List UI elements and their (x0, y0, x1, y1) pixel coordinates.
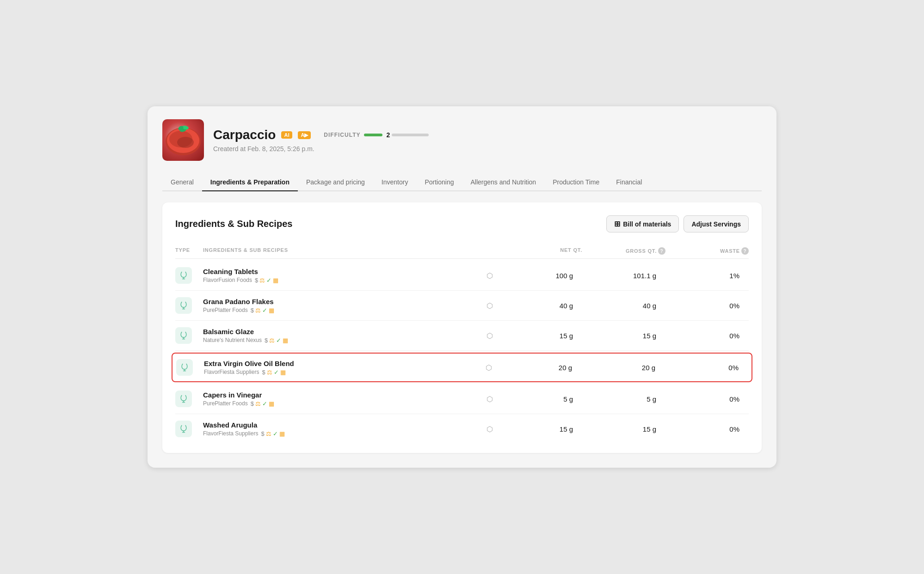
cal-icon: ▦ (269, 400, 274, 407)
tab-financial[interactable]: Financial (608, 174, 650, 191)
col-ingredients: INGREDIENTS & SUB RECIPES (203, 247, 480, 255)
highlighted-table-row: Extra Virgin Olive Oil Blend FlavorFiest… (172, 353, 752, 382)
gross-qty-help-icon[interactable]: ? (658, 247, 665, 255)
external-link[interactable]: ⬡ (480, 395, 499, 403)
cal-icon: ▦ (279, 430, 285, 437)
adjust-servings-button[interactable]: Adjust Servings (684, 215, 749, 232)
ingredient-supplier: FlavorFiesta Suppliers $ ⚖ ✓ ▦ (203, 430, 480, 437)
net-qty: 15 g (499, 332, 582, 340)
check-icon: ✓ (262, 307, 267, 314)
table-row: Capers in Vinegar PurePlatter Foods $ ⚖ … (175, 384, 749, 414)
ingredient-supplier: PurePlatter Foods $ ⚖ ✓ ▦ (203, 400, 480, 407)
gross-qty: 15 g (582, 425, 665, 433)
tab-ingredients[interactable]: Ingredients & Preparation (202, 174, 298, 191)
type-icon-cell (176, 359, 204, 376)
tab-package[interactable]: Package and pricing (298, 174, 373, 191)
created-text: Createrd at Feb. 8, 2025, 5:26 p.m. (213, 145, 429, 153)
difficulty-filled (364, 134, 382, 136)
recipe-image-inner (162, 119, 204, 161)
external-link[interactable]: ⬡ (480, 301, 499, 310)
gross-qty: 101.1 g (582, 272, 665, 280)
bom-label: Bill of materials (623, 220, 671, 228)
col-waste: WASTE? (665, 247, 749, 255)
ingredient-name: Cleaning Tablets (203, 268, 480, 275)
type-icon-cell (175, 327, 203, 344)
check-icon: ✓ (273, 430, 278, 437)
waste: 0% (665, 302, 749, 310)
ingredient-icon (175, 267, 192, 284)
header-info: Carpaccio AI A▶ DIFFICULTY 2 Createrd at… (213, 128, 429, 153)
external-link[interactable]: ⬡ (480, 331, 499, 340)
type-icon-cell (175, 391, 203, 407)
difficulty-number: 2 (386, 131, 390, 139)
tab-allergens[interactable]: Allergens and Nutrition (462, 174, 544, 191)
tab-inventory[interactable]: Inventory (373, 174, 417, 191)
waste: 1% (665, 272, 749, 280)
scale-icon: ⚖ (266, 430, 271, 437)
col-type: TYPE (175, 247, 203, 255)
scale-icon: ⚖ (259, 277, 265, 284)
gross-qty: 40 g (582, 302, 665, 310)
ingredient-info: Balsamic Glaze Nature's Nutrient Nexus $… (203, 328, 480, 344)
net-qty: 20 g (498, 364, 581, 372)
gross-qty: 20 g (581, 364, 665, 372)
waste: 0% (665, 364, 748, 372)
ingredient-icon (175, 421, 192, 437)
ingredient-supplier: FlavorFiesta Suppliers $ ⚖ ✓ ▦ (204, 369, 480, 376)
section-buttons: ⊞ Bill of materials Adjust Servings (606, 215, 749, 232)
dollar-icon: $ (251, 400, 254, 407)
ingredient-name: Balsamic Glaze (203, 328, 480, 336)
table-row: Grana Padano Flakes PurePlatter Foods $ … (175, 291, 749, 321)
dollar-icon: $ (262, 369, 265, 376)
ingredient-info: Grana Padano Flakes PurePlatter Foods $ … (203, 298, 480, 314)
dollar-icon: $ (261, 430, 264, 437)
external-link[interactable]: ⬡ (480, 425, 499, 434)
ingredient-info: Extra Virgin Olive Oil Blend FlavorFiest… (204, 360, 480, 376)
ingredient-name: Grana Padano Flakes (203, 298, 480, 305)
supplier-icons: $ ⚖ ✓ ▦ (262, 369, 285, 376)
scale-icon: ⚖ (269, 337, 275, 344)
ingredient-info: Washed Arugula FlavorFiesta Suppliers $ … (203, 421, 480, 437)
supplier-icons: $ ⚖ ✓ ▦ (251, 400, 274, 407)
dollar-icon: $ (255, 277, 258, 284)
net-qty: 100 g (499, 272, 582, 280)
supplier-icons: $ ⚖ ✓ ▦ (255, 277, 278, 284)
table-header: TYPE INGREDIENTS & SUB RECIPES NET QT. G… (175, 244, 749, 259)
ingredient-name: Extra Virgin Olive Oil Blend (204, 360, 480, 367)
cal-icon: ▦ (280, 369, 286, 376)
ingredient-supplier: Nature's Nutrient Nexus $ ⚖ ✓ ▦ (203, 337, 480, 344)
cal-icon: ▦ (269, 307, 274, 314)
type-icon-cell (175, 421, 203, 437)
check-icon: ✓ (262, 400, 267, 407)
recipe-name: Carpaccio (213, 128, 276, 142)
cal-icon: ▦ (273, 277, 278, 284)
ingredient-icon (175, 391, 192, 407)
tab-portioning[interactable]: Portioning (416, 174, 462, 191)
ingredient-icon (175, 327, 192, 344)
waste: 0% (665, 425, 749, 433)
tab-general[interactable]: General (162, 174, 202, 191)
check-icon: ✓ (276, 337, 281, 344)
ingredient-info: Capers in Vinegar PurePlatter Foods $ ⚖ … (203, 391, 480, 407)
col-link (480, 247, 499, 255)
dollar-icon: $ (251, 307, 254, 314)
col-gross-qty: GROSS QT.? (582, 247, 665, 255)
external-link[interactable]: ⬡ (480, 363, 498, 372)
supplier-icons: $ ⚖ ✓ ▦ (265, 337, 288, 344)
section-header: Ingredients & Sub Recipes ⊞ Bill of mate… (175, 215, 749, 232)
bom-icon: ⊞ (614, 220, 620, 228)
tab-production[interactable]: Production Time (544, 174, 608, 191)
supplier-icons: $ ⚖ ✓ ▦ (261, 430, 284, 437)
table-rows: Cleaning Tablets FlavorFusion Foods $ ⚖ … (175, 261, 749, 444)
ingredient-supplier: FlavorFusion Foods $ ⚖ ✓ ▦ (203, 277, 480, 284)
waste-help-icon[interactable]: ? (741, 247, 749, 255)
supplier-icons: $ ⚖ ✓ ▦ (251, 307, 274, 314)
type-icon-cell (175, 297, 203, 314)
ingredient-name: Capers in Vinegar (203, 391, 480, 399)
ingredient-icon (175, 297, 192, 314)
net-qty: 15 g (499, 425, 582, 433)
recipe-image (162, 119, 204, 161)
bill-of-materials-button[interactable]: ⊞ Bill of materials (606, 215, 679, 232)
tab-bar: General Ingredients & Preparation Packag… (162, 174, 762, 191)
external-link[interactable]: ⬡ (480, 271, 499, 280)
